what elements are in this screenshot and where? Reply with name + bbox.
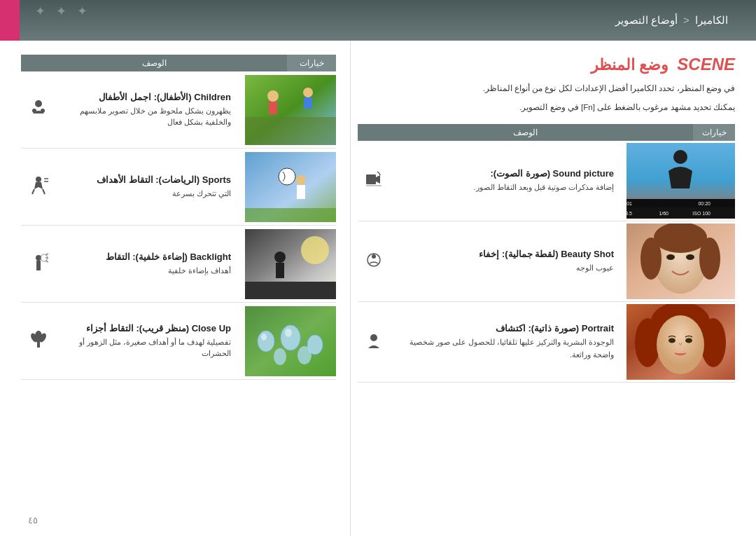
svg-point-34 [274,348,286,365]
svg-rect-12 [297,185,305,199]
beauty-shot-svg [626,224,735,299]
backlight-icon [21,252,56,275]
beauty-shot-title-en: Beauty Shot [561,249,614,259]
beauty-shot-title: Beauty Shot (لقطة جمالية): إخفاء [395,249,614,259]
svg-point-2 [267,90,279,102]
svg-point-37 [285,329,292,337]
svg-text:1/60: 1/60 [659,211,668,216]
beauty-shot-desc: عيوب الوجه [395,262,614,275]
svg-point-60 [666,254,675,260]
backlight-svg [245,229,336,299]
svg-point-69 [668,338,676,343]
svg-point-20 [301,236,329,264]
svg-point-59 [699,238,720,280]
sound-picture-title-ar: (صورة الصوت): [490,168,550,179]
svg-point-63 [372,254,376,259]
closeup-image [245,306,336,376]
scene-description-2: يمكنك تحديد مشهد مرغوب بالضغط على [Fn] ف… [358,100,735,115]
left-th-options: خيارات [287,55,336,71]
backlight-text: Backlight (إضاءة خلفية): التقاط أهداف بإ… [56,246,238,282]
svg-point-31 [258,331,274,352]
svg-rect-48 [626,207,735,219]
svg-point-35 [298,346,312,364]
portrait-desc: الوجودة البشرية والتركيز عليها تلقائيا، … [395,336,614,361]
portrait-svg [626,304,735,380]
svg-point-7 [32,109,36,113]
beauty-shot-icon-svg [365,251,383,269]
svg-rect-25 [36,261,41,270]
sports-icon-svg [29,175,48,195]
svg-point-57 [654,224,707,253]
backlight-image [245,229,336,299]
svg-point-71 [370,334,377,341]
backlight-desc: أهداف بإضاءة خلفية [63,265,231,277]
right-panel: SCENE وضع المنظر في وضع المنظر، تحدد الك… [350,41,756,536]
beauty-shot-title-ar: (لقطة جمالية): إخفاء [479,249,558,259]
children-icon [21,98,56,121]
closeup-icon-svg [29,329,48,349]
svg-point-6 [35,100,42,107]
children-text: Children (الأطفال): اجمل الأطفال يظهرون … [56,86,238,134]
svg-rect-52 [366,174,376,184]
backlight-title-ar: (إضاءة خلفية): التقاط [106,252,188,262]
svg-rect-5 [304,97,312,109]
sound-picture-image: 00:01 00:20 f3.5 1/60 ISO 100 [626,143,735,219]
children-title: Children (الأطفال): اجمل الأطفال [63,92,231,102]
children-desc: يظهرون بشكل ملحوظ من خلال تصوير ملابسهم … [63,105,231,128]
beauty-shot-icon [358,251,389,273]
svg-marker-53 [376,175,380,184]
sports-title-ar: (الرياضات): التقاط الأهداف [97,174,200,185]
svg-text:ISO 100: ISO 100 [692,211,710,216]
svg-line-16 [43,189,45,194]
table-row: Portrait (صورة ذاتية): اكتشاف الوجودة ال… [358,302,735,383]
children-title-ar: (الأطفال): اجمل الأطفال [99,92,191,102]
scene-heading-container: SCENE وضع المنظر [358,55,735,74]
portrait-title-ar: (صورة ذاتية): اكتشاف [496,323,579,334]
portrait-title: Portrait (صورة ذاتية): اكتشاف [395,323,614,334]
closeup-title: Close Up (منظر قريب): التقاط أجزاء [63,323,231,334]
table-row: 00:01 00:20 f3.5 1/60 ISO 100 Sound pict… [358,141,735,221]
svg-rect-3 [269,102,277,114]
svg-point-4 [303,88,313,97]
svg-rect-22 [276,263,284,278]
svg-point-58 [640,238,662,280]
svg-point-11 [296,175,306,185]
svg-point-8 [41,109,45,113]
portrait-icon-svg [365,331,383,350]
right-th-options: خيارات [693,124,735,141]
left-table-header: خيارات الوصف [21,55,336,71]
backlight-title-en: Backlight [190,252,231,262]
header-pink-accent [0,0,20,41]
backlight-title: Backlight (إضاءة خلفية): التقاط [63,252,231,262]
portrait-text: Portrait (صورة ذاتية): اكتشاف الوجودة ال… [389,317,620,366]
sound-picture-title: Sound picture (صورة الصوت): [395,168,614,179]
beauty-shot-image [626,224,735,299]
backlight-icon-svg [29,252,48,272]
header-separator: < [680,14,690,26]
sports-desc: التي تتحرك بسرعة [63,188,231,200]
svg-point-10 [279,168,295,185]
closeup-svg [245,306,336,376]
portrait-image [626,304,735,380]
right-table-header: خيارات الوصف [358,124,735,141]
sports-icon [21,175,56,198]
table-row: Close Up (منظر قريب): التقاط أجزاء تفصيل… [21,303,336,380]
left-th-description: الوصف [21,55,287,71]
closeup-icon [21,329,56,352]
svg-rect-23 [245,282,336,299]
closeup-desc: تفصيلية لهدف ما أو أهداف صغيرة، مثل الزه… [63,336,231,359]
svg-point-14 [36,177,41,182]
children-title-en: Children [194,92,231,102]
sound-picture-icon [358,170,389,192]
children-image [245,75,336,145]
left-panel: خيارات الوصف [0,41,350,536]
scene-description-1: في وضع المنظر، تحدد الكاميرا أفضل الإعدا… [358,81,735,96]
table-row: Backlight (إضاءة خلفية): التقاط أهداف بإ… [21,226,336,303]
svg-point-66 [635,318,660,367]
children-image-bg [245,75,336,145]
table-row: Beauty Shot (لقطة جمالية): إخفاء عيوب ال… [358,221,735,302]
sound-picture-desc: إضافة مذكرات صوتية قبل وبعد التقاط الصور… [395,181,614,194]
svg-point-61 [686,254,694,260]
beauty-shot-text: Beauty Shot (لقطة جمالية): إخفاء عيوب ال… [389,243,620,280]
svg-point-21 [274,252,286,263]
